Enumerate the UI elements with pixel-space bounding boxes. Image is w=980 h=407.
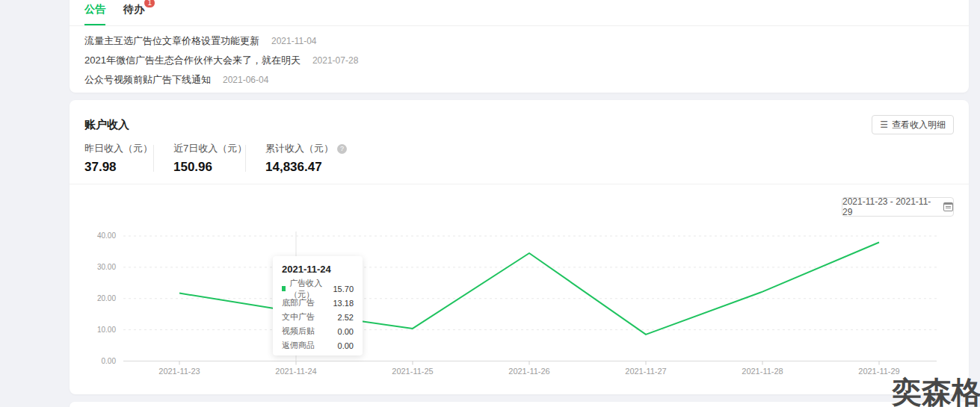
tooltip-date: 2021-11-24 xyxy=(282,264,354,275)
announcement-title[interactable]: 公众号视频前贴广告下线通知 xyxy=(84,73,211,87)
tooltip-row-label: 视频后贴 xyxy=(282,326,315,337)
announcement-date: 2021-11-04 xyxy=(271,36,317,46)
tooltip-row: 视频后贴0.00 xyxy=(282,324,354,338)
announcement-title[interactable]: 2021年微信广告生态合作伙伴大会来了，就在明天 xyxy=(84,54,301,67)
chart-canvas xyxy=(70,100,969,394)
chart-tooltip: 2021-11-24 广告收入（元）15.70底部广告13.18文中广告2.52… xyxy=(273,256,363,355)
announcement-date: 2021-07-28 xyxy=(312,55,358,66)
tooltip-row-label: 文中广告 xyxy=(282,311,315,323)
tooltip-row-label-text: 底部广告 xyxy=(282,297,315,308)
todo-count-badge: 1 xyxy=(144,0,155,8)
y-axis-tick-label: 10.00 xyxy=(70,326,116,334)
tooltip-row-label: 广告收入（元） xyxy=(282,278,333,300)
x-axis-tick-label: 2021-11-27 xyxy=(608,367,683,376)
tab-todo-label: 待办 xyxy=(123,3,144,15)
announcement-list: 流量主互选广告位文章价格设置功能更新2021-11-042021年微信广告生态合… xyxy=(84,31,954,90)
tooltip-row-value: 15.70 xyxy=(333,285,354,293)
announcement-item[interactable]: 流量主互选广告位文章价格设置功能更新2021-11-04 xyxy=(84,31,954,51)
tooltip-row-label: 底部广告 xyxy=(282,297,315,308)
y-axis-tick-label: 40.00 xyxy=(70,232,116,240)
next-section-card xyxy=(70,402,969,407)
tab-announcements-label: 公告 xyxy=(84,3,105,15)
tooltip-row: 文中广告2.52 xyxy=(282,310,354,324)
x-axis-tick-label: 2021-11-24 xyxy=(259,367,333,376)
x-axis-tick-label: 2021-11-26 xyxy=(492,367,567,376)
announcement-date: 2021-06-04 xyxy=(223,75,268,85)
tooltip-row-label-text: 广告收入（元） xyxy=(289,278,333,300)
tab-todo[interactable]: 待办 1 xyxy=(123,3,144,25)
tab-announcements[interactable]: 公告 xyxy=(84,3,105,25)
announcement-title[interactable]: 流量主互选广告位文章价格设置功能更新 xyxy=(84,34,259,48)
income-card: 账户收入 ☰ 查看收入明细 昨日收入（元）37.98近7日收入（元）150.96… xyxy=(70,100,969,394)
income-line-chart[interactable]: 40.0030.0020.0010.000.002021-11-232021-1… xyxy=(70,100,969,394)
announcements-card: 公告 待办 1 流量主互选广告位文章价格设置功能更新2021-11-042021… xyxy=(70,0,969,93)
tooltip-row-label: 返佣商品 xyxy=(282,340,315,351)
tooltip-row-label-text: 视频后贴 xyxy=(282,326,315,337)
x-axis-tick-label: 2021-11-23 xyxy=(142,367,217,376)
announcement-item[interactable]: 公众号视频前贴广告下线通知2021-06-04 xyxy=(84,70,954,90)
series-marker-icon xyxy=(282,286,286,291)
y-axis-tick-label: 0.00 xyxy=(70,357,116,365)
x-axis-tick-label: 2021-11-25 xyxy=(375,367,450,376)
tooltip-row-label-text: 文中广告 xyxy=(282,311,315,323)
y-axis-tick-label: 20.00 xyxy=(70,294,116,302)
tooltip-row-value: 0.00 xyxy=(338,341,354,350)
tooltip-rows: 广告收入（元）15.70底部广告13.18文中广告2.52视频后贴0.00返佣商… xyxy=(282,282,354,352)
tooltip-row: 返佣商品0.00 xyxy=(282,338,354,352)
tooltip-row-value: 2.52 xyxy=(338,313,354,322)
watermark-text: 奕森格 xyxy=(892,372,980,407)
tooltip-row-label-text: 返佣商品 xyxy=(282,340,315,351)
y-axis-tick-label: 30.00 xyxy=(70,263,116,271)
tabs-row: 公告 待办 1 xyxy=(84,3,144,25)
tooltip-row-value: 0.00 xyxy=(338,327,354,336)
tooltip-row: 广告收入（元）15.70 xyxy=(282,282,354,296)
tabs-divider xyxy=(70,25,969,26)
tooltip-row-value: 13.18 xyxy=(333,299,354,308)
x-axis-tick-label: 2021-11-28 xyxy=(725,367,800,376)
announcement-item[interactable]: 2021年微信广告生态合作伙伴大会来了，就在明天2021-07-28 xyxy=(84,51,954,70)
